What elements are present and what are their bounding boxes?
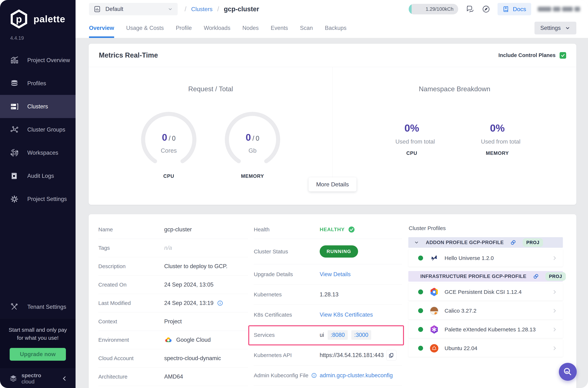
- include-control-planes-checkbox[interactable]: [560, 52, 566, 59]
- status-dot: [418, 308, 423, 313]
- breadcrumb-clusters-link[interactable]: Clusters: [191, 6, 212, 13]
- chevron-right-icon: [552, 327, 557, 332]
- sidebar-item-label: Workspaces: [27, 149, 58, 156]
- view-details-link[interactable]: View Details: [320, 271, 351, 278]
- tab-profile[interactable]: Profile: [176, 18, 192, 38]
- proj-badge: PROJ: [545, 272, 566, 281]
- doc-magnifier-icon: [10, 172, 19, 180]
- sidebar-item-cluster-groups[interactable]: Cluster Groups: [0, 118, 76, 141]
- tab-overview[interactable]: Overview: [89, 18, 114, 38]
- detail-row-last-modified: Last Modified 24 Sep 2024, 13:19: [98, 294, 248, 312]
- copy-icon[interactable]: [386, 350, 396, 361]
- upsell-panel: Start small and only pay for what you us…: [0, 318, 76, 369]
- palette-logo-icon: p: [9, 9, 28, 28]
- tab-workloads[interactable]: Workloads: [204, 18, 230, 38]
- namespace-breakdown-panel: Namespace Breakdown 0% Used from total C…: [333, 67, 576, 177]
- sidebar-item-audit-logs[interactable]: Audit Logs: [0, 164, 76, 187]
- upgrade-now-button[interactable]: Upgrade now: [10, 348, 66, 361]
- breadcrumb-separator: /: [185, 5, 186, 13]
- collapse-sidebar-icon[interactable]: [61, 375, 68, 382]
- detail-row-upgrade-details: Upgrade Details View Details: [254, 264, 402, 285]
- help-search-floating-button[interactable]: [559, 363, 577, 381]
- project-selector[interactable]: Default: [89, 3, 178, 15]
- link-icon: [533, 273, 539, 279]
- info-icon[interactable]: [311, 373, 317, 378]
- cpu-request-value: 0: [162, 132, 167, 143]
- sidebar-item-project-settings[interactable]: Project Settings: [0, 187, 76, 211]
- hello-universe-logo-icon: [430, 254, 438, 262]
- cpu-total-value: 0: [172, 135, 176, 142]
- tab-bar: Overview Usage & Costs Profile Workloads…: [76, 18, 588, 38]
- proj-badge: PROJ: [523, 238, 543, 247]
- sidebar-item-workspaces[interactable]: Workspaces: [0, 141, 76, 164]
- svg-text:p: p: [16, 13, 22, 24]
- sidebar-item-clusters[interactable]: Clusters: [0, 95, 76, 118]
- chart-bars-icon: [10, 56, 19, 65]
- settings-label: Settings: [540, 25, 561, 31]
- compass-icon[interactable]: [481, 4, 491, 14]
- tab-nodes[interactable]: Nodes: [242, 18, 259, 38]
- book-icon: [503, 6, 510, 13]
- detail-row-health: Health HEALTHY: [254, 220, 402, 239]
- running-status-badge[interactable]: RUNNING: [320, 245, 358, 258]
- docs-button[interactable]: Docs: [498, 3, 531, 15]
- profile-item-calico[interactable]: Calico 3.27.2: [408, 302, 563, 319]
- network-nodes-icon: [10, 125, 19, 134]
- more-details-button[interactable]: More Details: [309, 177, 357, 192]
- detail-row-services: Services ui :8080 :3000: [254, 325, 402, 345]
- project-chart-icon: [94, 6, 101, 13]
- sidebar-footer: spectro cloud: [0, 369, 76, 388]
- profile-item-ubuntu[interactable]: Ubuntu 22.04: [408, 340, 563, 357]
- details-left-column: Name gcp-cluster Tags n/a Description Cl…: [98, 220, 248, 388]
- sidebar-item-label: Project Overview: [27, 57, 70, 64]
- chevron-down-icon: [414, 240, 419, 245]
- tab-backups[interactable]: Backups: [325, 18, 346, 38]
- profile-item-hello-universe[interactable]: Hello Universe 1.2.0: [408, 249, 563, 267]
- memory-request-value: 0: [246, 132, 251, 143]
- topbar-right: 1.29/100kCh: [409, 3, 580, 15]
- main-area: Default / Clusters / gcp-cluster 1.29/10…: [76, 0, 588, 388]
- namespace-breakdown-title: Namespace Breakdown: [419, 85, 490, 93]
- profile-item-gce-persistent-disk[interactable]: GCE Persistent Disk CSI 1.12.4: [408, 283, 563, 301]
- upsell-text: Start small and only pay for what you us…: [4, 326, 72, 342]
- service-port-3000-link[interactable]: :3000: [351, 330, 371, 340]
- chat-icon[interactable]: [465, 4, 475, 14]
- cluster-profiles-title: Cluster Profiles: [409, 225, 563, 231]
- namespace-memory-stat: 0% Used from total MEMORY: [481, 122, 514, 156]
- clusters-icon: [10, 102, 19, 111]
- detail-row-admin-kubeconfig: Admin Kubeconfig File admin.gcp-cluster.…: [254, 365, 402, 386]
- sidebar-item-tenant-settings[interactable]: Tenant Settings: [0, 295, 76, 318]
- tab-scan[interactable]: Scan: [300, 18, 313, 38]
- sidebar-item-profiles[interactable]: Profiles: [0, 72, 76, 95]
- top-bar: Default / Clusters / gcp-cluster 1.29/10…: [76, 0, 588, 18]
- detail-row-context: Context Project: [98, 312, 248, 331]
- check-circle-icon: [348, 226, 355, 233]
- chevron-down-icon: [167, 6, 173, 12]
- settings-button[interactable]: Settings: [535, 22, 576, 34]
- breadcrumb: / Clusters / gcp-cluster: [185, 5, 259, 13]
- view-k8s-certificates-link[interactable]: View K8s Certificates: [320, 312, 373, 318]
- google-cloud-icon: [164, 337, 173, 343]
- info-icon[interactable]: [217, 300, 223, 306]
- namespace-memory-percent: 0%: [481, 122, 514, 134]
- sidebar-item-label: Tenant Settings: [27, 304, 66, 310]
- gce-disk-logo-icon: [430, 288, 438, 296]
- addon-profile-group-header[interactable]: ADDON PROFILE GCP-PROFILE PROJ: [408, 237, 563, 248]
- kubeconfig-download-link[interactable]: admin.gcp-cluster.kubeconfig: [320, 372, 393, 379]
- service-port-8080-link[interactable]: :8080: [328, 330, 348, 340]
- detail-row-environment: Environment Go: [98, 331, 248, 349]
- brand: p palette: [0, 0, 76, 28]
- request-total-title: Request / Total: [188, 85, 233, 93]
- status-dot: [418, 346, 423, 351]
- pxk-logo-icon: [430, 325, 438, 334]
- metrics-card: Metrics Real-Time Include Control Planes…: [89, 44, 576, 205]
- profile-item-palette-extended-kubernetes[interactable]: Palette eXtended Kubernetes 1.28.13: [408, 321, 563, 338]
- infrastructure-profile-group-header[interactable]: INFRASTRUCTURE PROFILE GCP-PROFILE PROJ: [408, 271, 563, 282]
- chevron-down-icon: [565, 25, 570, 31]
- status-dot: [418, 327, 423, 332]
- sidebar-item-project-overview[interactable]: Project Overview: [0, 49, 76, 72]
- usage-quota-badge: 1.29/100kCh: [409, 4, 458, 14]
- user-name-redacted[interactable]: [538, 7, 580, 11]
- tab-events[interactable]: Events: [271, 18, 288, 38]
- tab-usage-costs[interactable]: Usage & Costs: [126, 18, 164, 38]
